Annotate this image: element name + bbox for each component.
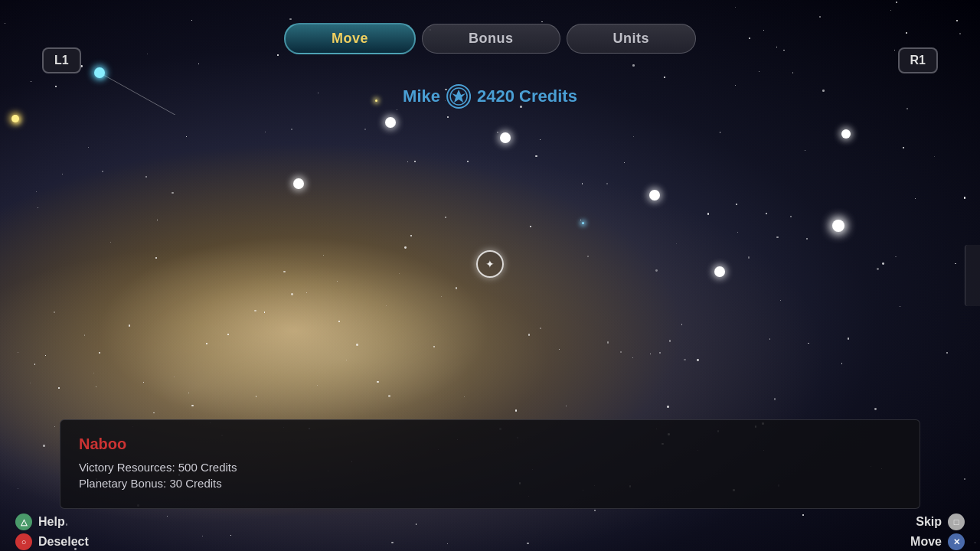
right-panel-edge [965,245,980,306]
planet-stat-victory: Victory Resources: 500 Credits [79,461,901,474]
planet-node-right1[interactable] [649,190,660,201]
hud-help-action: △ Help [15,514,89,530]
planet-node-far-left[interactable] [94,67,105,78]
tab-move[interactable]: Move [284,23,416,54]
rebel-alliance-icon [446,84,471,109]
triangle-button[interactable]: △ [15,514,32,530]
l1-button[interactable]: L1 [42,47,81,73]
planet-stat-bonus: Planetary Bonus: 30 Credits [79,477,901,490]
info-panel: Naboo Victory Resources: 500 Credits Pla… [60,419,920,509]
hud-skip-action: Skip □ [916,514,965,530]
planet-node-far-right1[interactable] [832,220,844,232]
hud-move-action: Move ✕ [910,533,965,550]
planet-node-left1[interactable] [293,178,304,189]
tab-bonus[interactable]: Bonus [422,24,560,54]
top-navigation: Move Bonus Units [284,23,696,54]
deselect-label: Deselect [38,535,89,549]
tab-units[interactable]: Units [567,24,697,54]
planet-name: Naboo [79,435,901,453]
player-info: Mike 2420 Credits [403,84,577,109]
circle-button[interactable]: ○ [15,533,32,550]
planet-node-far-right2[interactable] [841,129,851,139]
square-button[interactable]: □ [948,514,965,530]
hud-actions-right: Skip □ Move ✕ [910,514,965,550]
bottom-hud: △ Help ○ Deselect Skip □ Move ✕ [0,513,980,551]
r1-button[interactable]: R1 [898,47,938,73]
planet-node-upper[interactable] [385,117,396,128]
hud-deselect-action: ○ Deselect [15,533,89,550]
player-name: Mike [403,86,440,106]
planet-node-edge-left[interactable] [11,115,19,122]
center-node-selected[interactable] [476,250,504,278]
cross-button[interactable]: ✕ [948,533,965,550]
move-label: Move [910,535,942,549]
planet-node-right2[interactable] [714,266,725,277]
hud-actions-left: △ Help ○ Deselect [15,514,89,550]
planet-node-top[interactable] [500,132,511,143]
skip-label: Skip [916,515,942,529]
player-credits: 2420 Credits [477,86,577,106]
help-label: Help [38,515,65,529]
